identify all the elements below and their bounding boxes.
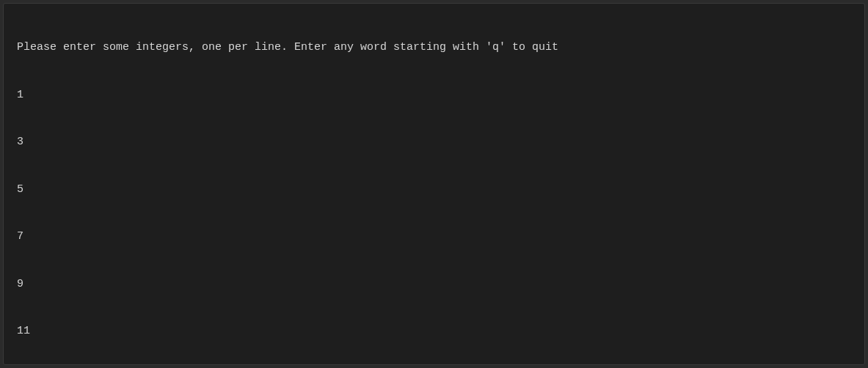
output-line: 1 bbox=[17, 84, 851, 107]
output-line: 5 bbox=[17, 178, 851, 202]
output-line: 11 bbox=[17, 320, 851, 343]
output-line: 9 bbox=[17, 273, 851, 296]
terminal-output: Please enter some integers, one per line… bbox=[3, 3, 865, 365]
output-line: 7 bbox=[17, 225, 851, 249]
output-line: 3 bbox=[17, 130, 851, 154]
output-line: Please enter some integers, one per line… bbox=[17, 36, 851, 59]
